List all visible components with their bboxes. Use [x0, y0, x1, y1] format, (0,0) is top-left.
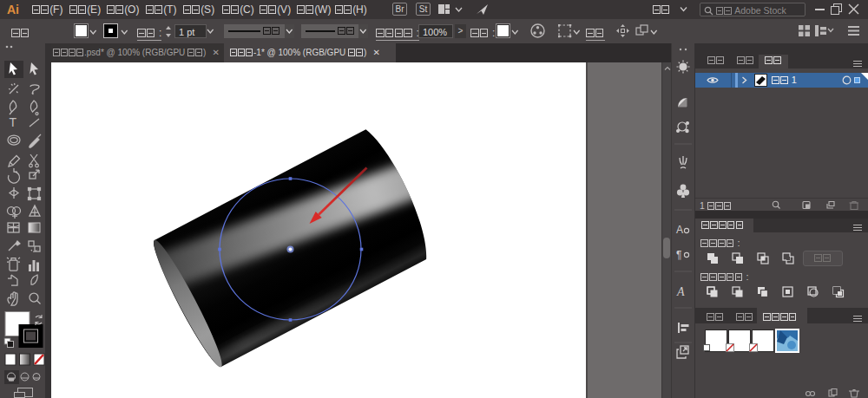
svg-text:¶: ¶: [676, 249, 681, 261]
svg-text:A: A: [676, 285, 685, 298]
svg-text:A: A: [676, 224, 683, 236]
svg-text:T: T: [10, 115, 17, 129]
